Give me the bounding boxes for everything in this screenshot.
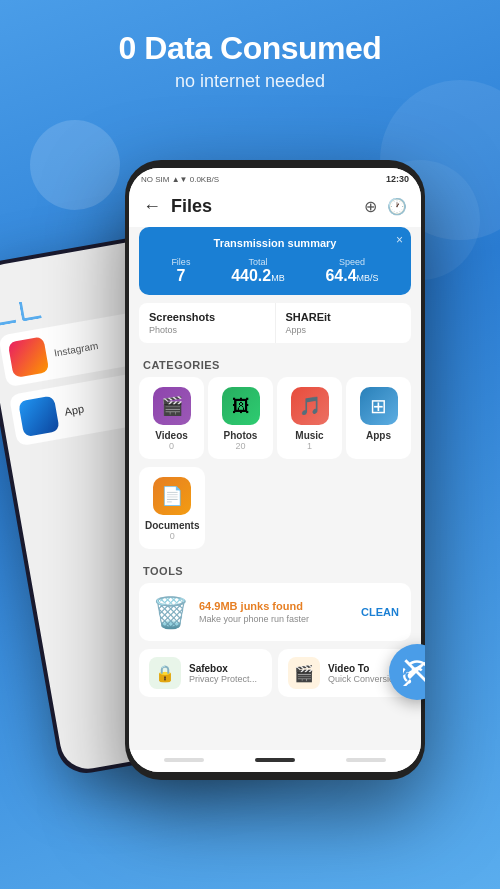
status-bar: NO SIM ▲▼ 0.0KB/S 12:30	[129, 168, 421, 188]
no-wifi-icon	[403, 658, 425, 686]
stat-speed-number: 64.4	[325, 267, 356, 284]
status-time: 12:30	[386, 174, 409, 184]
phone-mockup-wrapper: Instagram App NO SIM ▲▼ 0.0KB/S 12:30 ← …	[95, 160, 405, 800]
music-count: 1	[307, 441, 312, 451]
photos-icon: 🖼	[222, 387, 260, 425]
transmission-summary: × Transmission summary Files 7 Total 440…	[139, 227, 411, 295]
stat-total-unit: MB	[271, 273, 285, 283]
l-shape-1	[0, 303, 16, 326]
files-title: Files	[171, 196, 364, 217]
apps-label: Apps	[366, 430, 391, 441]
junk-bucket-icon: 🗑️	[151, 593, 189, 631]
junk-card: 🗑️ 64.9MB junks found Make your phone ru…	[139, 583, 411, 641]
back-button[interactable]: ←	[143, 196, 161, 217]
phone-main: NO SIM ▲▼ 0.0KB/S 12:30 ← Files ⊕ 🕐 × Tr…	[125, 160, 425, 780]
tools-label: TOOLS	[129, 557, 421, 583]
stat-speed-label: Speed	[325, 257, 378, 267]
category-apps[interactable]: ⊞ Apps	[346, 377, 411, 459]
music-label: Music	[295, 430, 323, 441]
photos-label: Photos	[224, 430, 258, 441]
safebox-icon: 🔒	[149, 657, 181, 689]
documents-label: Documents	[145, 520, 199, 531]
files-header: ← Files ⊕ 🕐	[129, 188, 421, 227]
safebox-name: Safebox	[189, 663, 257, 674]
clock-icon[interactable]: 🕐	[387, 197, 407, 216]
videoto-icon: 🎬	[288, 657, 320, 689]
videos-count: 0	[169, 441, 174, 451]
categories-label: CATEGORIES	[129, 351, 421, 377]
categories-grid: 🎬 Videos 0 🖼 Photos 20 🎵 Music 1	[129, 377, 421, 467]
apps-icon: ⊞	[360, 387, 398, 425]
category-videos[interactable]: 🎬 Videos 0	[139, 377, 204, 459]
category-music[interactable]: 🎵 Music 1	[277, 377, 342, 459]
junk-title: 64.9MB junks found	[199, 600, 361, 612]
junk-text-label: junks found	[238, 600, 303, 612]
junk-subtitle: Make your phone run faster	[199, 614, 361, 624]
stat-files-label: Files	[171, 257, 190, 267]
recent-items-row: Screenshots Photos SHAREit Apps	[139, 303, 411, 343]
bg-app-label-2: App	[63, 402, 84, 417]
hero-header: 0 Data Consumed no internet needed	[0, 30, 500, 92]
download-icon[interactable]: ⊕	[364, 197, 377, 216]
videos-icon: 🎬	[153, 387, 191, 425]
recent-item-shareit[interactable]: SHAREit Apps	[276, 303, 412, 343]
bg-app-icon-2	[18, 395, 60, 437]
safebox-info: Safebox Privacy Protect...	[189, 663, 257, 684]
stat-total-value: 440.2MB	[231, 267, 285, 284]
stat-total: Total 440.2MB	[231, 257, 285, 285]
stat-files-value: 7	[176, 267, 185, 284]
safebox-sub: Privacy Protect...	[189, 674, 257, 684]
phone-screen: NO SIM ▲▼ 0.0KB/S 12:30 ← Files ⊕ 🕐 × Tr…	[129, 168, 421, 772]
category-photos[interactable]: 🖼 Photos 20	[208, 377, 273, 459]
recent-screenshots-name: Screenshots	[149, 311, 265, 323]
videos-label: Videos	[155, 430, 188, 441]
stat-speed-value: 64.4MB/S	[325, 267, 378, 284]
category-documents[interactable]: 📄 Documents 0	[139, 467, 205, 549]
header-action-icons: ⊕ 🕐	[364, 197, 407, 216]
photos-count: 20	[235, 441, 245, 451]
junk-amount: 64.9MB	[199, 600, 238, 612]
documents-count: 0	[170, 531, 175, 541]
music-icon: 🎵	[291, 387, 329, 425]
documents-icon: 📄	[153, 477, 191, 515]
tools-row: 🔒 Safebox Privacy Protect... 🎬 Video To …	[129, 649, 421, 705]
transmission-close[interactable]: ×	[396, 233, 403, 247]
bottom-navigation	[129, 750, 421, 772]
stat-speed: Speed 64.4MB/S	[325, 257, 378, 285]
recent-shareit-sub: Apps	[286, 325, 402, 335]
l-shape-2	[19, 299, 42, 322]
status-carrier: NO SIM ▲▼ 0.0KB/S	[141, 175, 219, 184]
stat-total-label: Total	[231, 257, 285, 267]
categories-grid-row2: 📄 Documents 0	[129, 467, 421, 557]
stat-files: Files 7	[171, 257, 190, 285]
recent-shareit-name: SHAREit	[286, 311, 402, 323]
nav-recents[interactable]	[346, 758, 386, 762]
recent-screenshots-sub: Photos	[149, 325, 265, 335]
hero-subtitle: no internet needed	[0, 71, 500, 92]
clean-button[interactable]: CLEAN	[361, 606, 399, 618]
recent-item-screenshots[interactable]: Screenshots Photos	[139, 303, 276, 343]
transmission-title: Transmission summary	[151, 237, 399, 249]
stat-total-number: 440.2	[231, 267, 271, 284]
tool-safebox[interactable]: 🔒 Safebox Privacy Protect...	[139, 649, 272, 697]
nav-home[interactable]	[255, 758, 295, 762]
hero-title: 0 Data Consumed	[0, 30, 500, 67]
junk-text-area: 64.9MB junks found Make your phone run f…	[199, 600, 361, 624]
transmission-stats: Files 7 Total 440.2MB Speed 64.4MB/S	[151, 257, 399, 285]
content-area: CATEGORIES 🎬 Videos 0 🖼 Photos 20	[129, 351, 421, 750]
stat-speed-unit: MB/S	[357, 273, 379, 283]
instagram-label: Instagram	[53, 340, 99, 359]
instagram-icon	[8, 336, 50, 378]
nav-back[interactable]	[164, 758, 204, 762]
